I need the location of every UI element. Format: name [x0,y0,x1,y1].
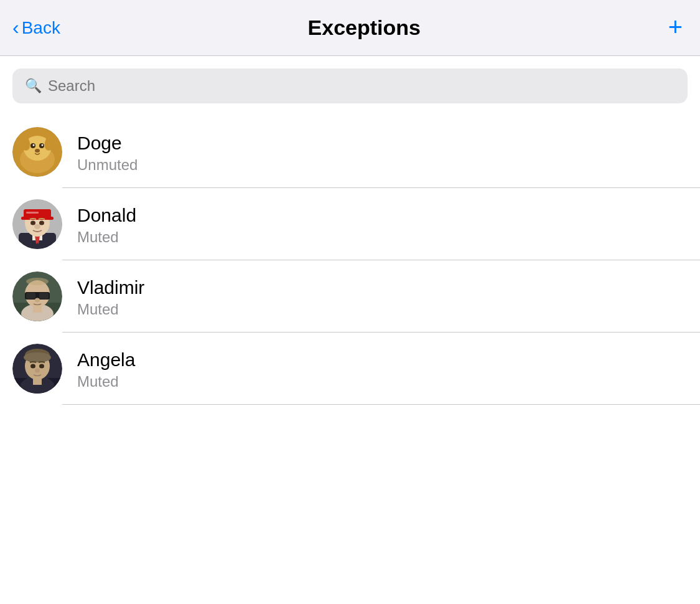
back-button[interactable]: ‹ Back [12,18,60,38]
avatar [12,271,62,321]
item-info: Doge Unmuted [77,131,688,174]
contact-status: Muted [77,301,688,318]
search-container: 🔍 [0,56,700,116]
contact-name: Vladimir [77,275,688,300]
svg-rect-29 [39,293,49,299]
search-icon: 🔍 [25,78,42,94]
contact-status: Muted [77,373,688,390]
contact-list: Doge Unmuted [0,116,700,405]
svg-rect-17 [26,212,39,214]
contact-name: Doge [77,131,688,155]
header: ‹ Back Exceptions + [0,0,700,56]
back-chevron-icon: ‹ [12,17,19,37]
svg-point-41 [35,369,40,373]
svg-point-20 [34,224,40,229]
svg-point-31 [35,298,40,303]
item-info: Vladimir Muted [77,275,688,318]
search-input[interactable] [48,77,675,95]
contact-status: Muted [77,229,688,246]
item-info: Angela Muted [77,347,688,390]
svg-point-40 [39,364,44,369]
list-item[interactable]: Doge Unmuted [0,116,700,188]
list-item[interactable]: Angela Muted [0,333,700,405]
svg-point-26 [26,278,49,285]
avatar [12,127,62,177]
avatar [12,344,62,394]
svg-point-8 [42,144,44,146]
contact-status: Unmuted [77,156,688,174]
list-item[interactable]: Vladimir Muted [0,260,700,333]
contact-name: Donald [77,203,688,227]
list-item[interactable]: Donald Muted [0,188,700,260]
page-title: Exceptions [60,16,668,40]
contact-name: Angela [77,347,688,372]
svg-point-19 [39,221,44,225]
svg-point-39 [30,364,35,369]
svg-point-7 [33,144,35,146]
svg-point-9 [35,149,40,153]
svg-rect-28 [26,293,35,299]
avatar [12,199,62,249]
svg-rect-30 [35,294,39,296]
item-info: Donald Muted [77,203,688,246]
svg-rect-16 [21,217,54,220]
svg-point-18 [30,221,35,225]
search-bar[interactable]: 🔍 [12,68,688,103]
back-label: Back [22,18,60,38]
add-button[interactable]: + [668,14,683,39]
